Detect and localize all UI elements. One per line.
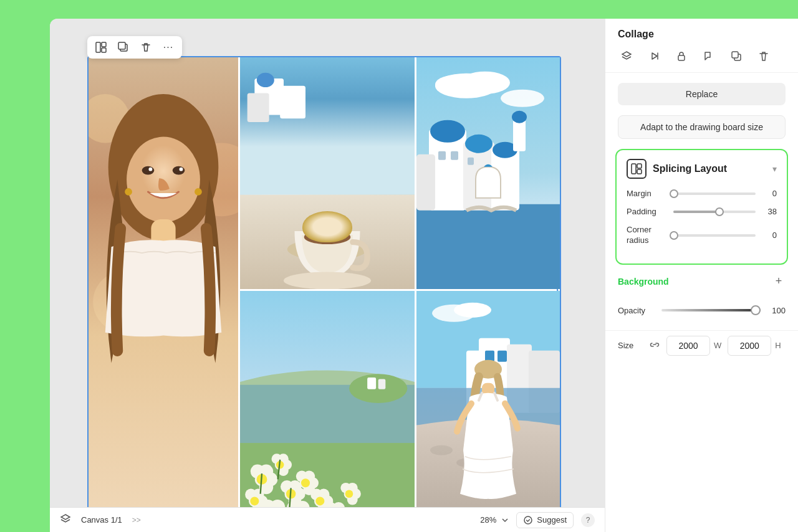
svg-rect-79 [632,164,636,174]
svg-point-72 [430,445,453,455]
replace-button[interactable]: Replace [618,83,786,105]
panel-toolbar [618,47,786,65]
size-link-icon[interactable] [649,339,660,352]
canvas-chevron: >> [132,516,141,525]
size-label: Size [618,341,643,350]
opacity-label: Opacity [618,306,655,315]
svg-rect-70 [498,350,507,361]
zoom-value: 28% [480,515,496,525]
collage-cell-girl[interactable] [89,57,238,522]
collage-toolbar: ··· [87,36,182,59]
corner-radius-label: Cornerradius [627,225,667,246]
splicing-icon [627,159,647,179]
padding-thumb[interactable] [715,207,724,216]
collage-cell-coffee[interactable] [240,57,415,289]
svg-point-31 [501,90,544,107]
margin-slider[interactable] [673,192,756,195]
svg-point-9 [257,73,274,87]
corner-radius-thumb[interactable] [670,231,678,240]
layers-tool-button[interactable] [618,47,635,65]
animate-tool-button[interactable] [645,47,663,65]
adapt-button[interactable]: Adapt to the drawing board size [618,115,786,139]
size-width-unit: W [714,341,721,350]
svg-point-22 [148,168,152,171]
collage-cell-santorini1[interactable] [416,57,560,289]
margin-row: Margin 0 [627,189,777,198]
collage-cell-flowers[interactable] [240,291,415,523]
svg-point-13 [284,272,371,288]
padding-slider[interactable] [673,211,756,213]
corner-radius-slider[interactable] [673,234,756,237]
layers-icon[interactable] [60,513,71,527]
add-background-button[interactable]: + [772,275,786,288]
divider [605,330,798,331]
splicing-layout-section: Splicing Layout ▾ Margin 0 Padding [615,149,788,265]
help-button[interactable]: ? [581,513,595,527]
svg-rect-42 [438,151,446,160]
collage-grid [87,56,561,523]
duplicate-cell-button[interactable] [116,40,131,55]
padding-row: Padding 38 [627,207,777,216]
svg-point-20 [142,166,155,175]
lock-tool-button[interactable] [673,47,690,65]
duplicate-tool-button[interactable] [728,47,745,65]
canvas-label: Canvas 1/1 [81,515,122,525]
padding-value: 38 [762,207,777,216]
svg-rect-78 [732,52,738,58]
margin-label: Margin [627,189,667,198]
svg-rect-32 [416,204,560,289]
size-width-input[interactable]: 2000 [666,336,710,356]
size-height-input[interactable]: 2000 [728,336,771,356]
svg-point-41 [512,111,527,123]
margin-thumb[interactable] [670,189,678,198]
bottom-bar: Canvas 1/1 >> 28% Suggest ? [50,507,605,532]
svg-rect-76 [678,55,685,60]
svg-rect-2 [102,48,106,52]
svg-rect-44 [468,158,474,165]
svg-point-12 [304,230,351,244]
panel-title: Collage [618,29,786,40]
panel-header: Collage [605,19,798,73]
svg-point-23 [180,168,183,171]
help-label: ? [586,516,590,525]
opacity-slider[interactable] [661,309,761,311]
more-options-button[interactable]: ··· [161,40,176,55]
suggest-label: Suggest [537,515,567,525]
svg-rect-0 [96,42,100,52]
corner-radius-row: Cornerradius 0 [627,225,777,246]
svg-rect-60 [378,379,386,389]
suggest-button[interactable]: Suggest [516,512,574,528]
delete-cell-button[interactable] [138,40,153,55]
collage-cell-santorini2[interactable] [416,291,560,523]
right-panel: Collage [605,19,798,532]
canvas-area: ··· [50,19,605,532]
svg-point-21 [173,166,185,175]
split-layout-button[interactable] [94,40,108,55]
image-coffee [240,57,415,289]
corner-radius-value: 0 [762,230,777,240]
svg-rect-4 [118,42,125,49]
delete-tool-button[interactable] [755,47,772,65]
svg-rect-59 [367,378,376,389]
opacity-thumb[interactable] [751,305,761,315]
image-flowers [240,291,415,523]
padding-label: Padding [627,207,667,216]
background-section: Background + [605,275,798,306]
splicing-chevron[interactable]: ▾ [772,164,777,174]
comment-tool-button[interactable] [700,47,718,65]
svg-rect-1 [102,42,106,47]
svg-point-26 [195,188,202,196]
background-title: Background [618,277,669,287]
size-height-unit: H [775,341,781,350]
size-width-group: 2000 W [666,336,721,356]
svg-point-37 [430,120,465,143]
main-container: ··· [50,19,798,532]
splicing-title-row: Splicing Layout [627,159,727,179]
splicing-title: Splicing Layout [653,163,727,174]
svg-point-30 [435,75,473,94]
splicing-header: Splicing Layout ▾ [627,159,777,179]
size-height-group: 2000 H [728,336,781,356]
svg-point-64 [454,302,491,317]
svg-point-58 [349,374,407,403]
zoom-control[interactable]: 28% [480,515,509,525]
